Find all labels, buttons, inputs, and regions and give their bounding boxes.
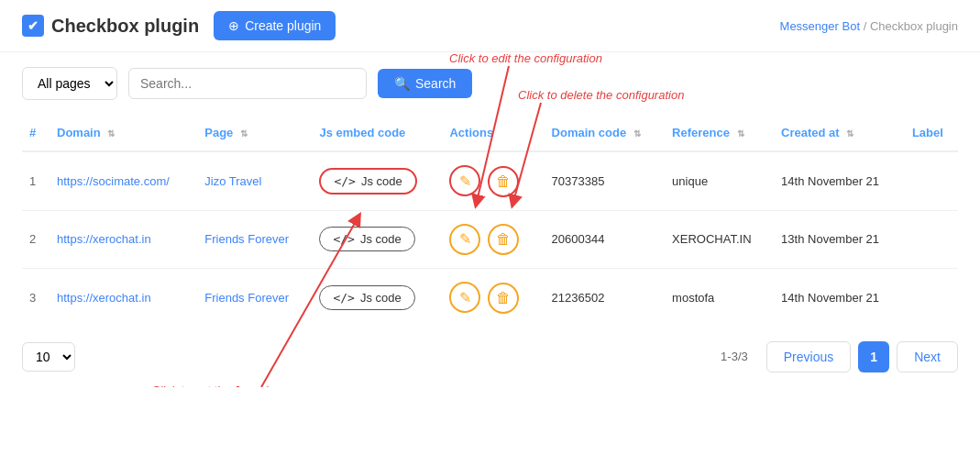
data-table: # Domain ⇅ Page ⇅ Js embed code Actions …: [22, 115, 958, 327]
cell-domain: https://socimate.com/: [50, 151, 197, 210]
pagination-info: 1-3/3: [721, 350, 748, 363]
js-code-button[interactable]: </> Js code: [319, 285, 414, 310]
search-button[interactable]: 🔍 Search: [378, 69, 472, 98]
cell-actions: ✎ 🗑: [442, 210, 544, 269]
cell-domain-code: 21236502: [545, 269, 666, 327]
cell-num: 1: [22, 151, 50, 210]
delete-button[interactable]: 🗑: [488, 224, 519, 255]
cell-label: [905, 210, 958, 269]
search-icon: 🔍: [394, 76, 410, 91]
js-code-button[interactable]: </> Js code: [319, 227, 414, 251]
table-header-row: # Domain ⇅ Page ⇅ Js embed code Actions …: [22, 115, 958, 151]
cell-created-at: 14th November 21: [774, 151, 905, 210]
table-row: 1 https://socimate.com/ Jizo Travel </> …: [22, 151, 958, 210]
sort-icon-created: ⇅: [846, 128, 853, 139]
col-num: #: [22, 115, 50, 151]
domain-link[interactable]: https://xerochat.in: [57, 232, 151, 246]
pagination: Previous 1 Next: [766, 341, 958, 372]
cell-reference: mostofa: [665, 269, 774, 327]
app-title: Checkbox plugin: [51, 16, 199, 37]
cell-domain: https://xerochat.in: [50, 269, 197, 327]
footer: 10 25 50 1-3/3 Previous 1 Next: [0, 327, 980, 387]
col-created-at: Created at ⇅: [774, 115, 905, 151]
delete-button[interactable]: 🗑: [488, 283, 519, 314]
code-icon: </>: [334, 174, 355, 188]
create-plugin-button[interactable]: ⊕ Create plugin: [214, 11, 336, 40]
create-plugin-label: Create plugin: [245, 18, 321, 33]
cell-num: 2: [22, 210, 50, 269]
col-js-embed: Js embed code: [312, 115, 442, 151]
table-container: # Domain ⇅ Page ⇅ Js embed code Actions …: [0, 115, 980, 327]
page-wrapper: ✔ Checkbox plugin ⊕ Create plugin Messen…: [0, 0, 980, 387]
cell-reference: XEROCHAT.IN: [665, 210, 774, 269]
cell-domain: https://xerochat.in: [50, 210, 197, 269]
breadcrumb-current: Checkbox plugin: [870, 19, 958, 33]
code-icon: </>: [333, 232, 354, 246]
col-actions: Actions: [442, 115, 544, 151]
breadcrumb: Messenger Bot / Checkbox plugin: [780, 19, 958, 33]
sort-icon-reference: ⇅: [737, 128, 744, 139]
page-link[interactable]: Friends Forever: [204, 232, 289, 246]
breadcrumb-separator: /: [864, 19, 867, 33]
cell-domain-code: 70373385: [545, 151, 666, 210]
domain-link[interactable]: https://socimate.com/: [57, 174, 170, 188]
cell-reference: unique: [665, 151, 774, 210]
logo: ✔ Checkbox plugin: [22, 15, 199, 37]
sort-icon-domain: ⇅: [107, 128, 115, 139]
page-link[interactable]: Jizo Travel: [204, 174, 261, 188]
table-row: 2 https://xerochat.in Friends Forever </…: [22, 210, 958, 269]
js-code-button[interactable]: </> Js code: [319, 168, 416, 195]
per-page-select[interactable]: 10 25 50: [22, 342, 75, 372]
header: ✔ Checkbox plugin ⊕ Create plugin Messen…: [0, 0, 980, 52]
delete-button[interactable]: 🗑: [488, 166, 519, 197]
cell-created-at: 13th November 21: [774, 210, 905, 269]
logo-icon: ✔: [22, 15, 44, 37]
col-label: Label: [905, 115, 958, 151]
cell-page: Friends Forever: [197, 269, 312, 327]
col-domain: Domain ⇅: [50, 115, 197, 151]
col-domain-code: Domain code ⇅: [545, 115, 666, 151]
cell-js-code: </> Js code: [312, 151, 442, 210]
breadcrumb-parent[interactable]: Messenger Bot: [780, 19, 860, 33]
search-input[interactable]: [128, 68, 367, 99]
cell-page: Jizo Travel: [197, 151, 312, 210]
table-row: 3 https://xerochat.in Friends Forever </…: [22, 269, 958, 327]
js-code-label: Js code: [360, 232, 402, 246]
plus-icon: ⊕: [228, 18, 239, 33]
cell-actions: ✎ 🗑: [442, 269, 544, 327]
search-label: Search: [415, 76, 456, 91]
cell-label: [905, 151, 958, 210]
col-reference: Reference ⇅: [665, 115, 774, 151]
cell-page: Friends Forever: [197, 210, 312, 269]
cell-created-at: 14th November 21: [774, 269, 905, 327]
edit-button[interactable]: ✎: [449, 165, 480, 196]
edit-button[interactable]: ✎: [449, 224, 480, 255]
col-page: Page ⇅: [197, 115, 312, 151]
cell-actions: ✎ 🗑: [442, 151, 544, 210]
table-body: 1 https://socimate.com/ Jizo Travel </> …: [22, 151, 958, 327]
cell-label: [905, 269, 958, 327]
sort-icon-domain-code: ⇅: [633, 128, 641, 139]
next-button[interactable]: Next: [897, 341, 958, 372]
toolbar: All pages 🔍 Search: [0, 52, 980, 115]
edit-button[interactable]: ✎: [449, 282, 480, 313]
cell-js-code: </> Js code: [312, 269, 442, 327]
page-1-button[interactable]: 1: [858, 341, 889, 372]
pages-select[interactable]: All pages: [22, 67, 117, 100]
domain-link[interactable]: https://xerochat.in: [57, 291, 151, 305]
cell-js-code: </> Js code: [312, 210, 442, 269]
cell-domain-code: 20600344: [545, 210, 666, 269]
code-icon: </>: [333, 291, 354, 305]
js-code-label: Js code: [361, 174, 402, 188]
sort-icon-page: ⇅: [240, 128, 248, 139]
previous-button[interactable]: Previous: [766, 341, 851, 372]
page-link[interactable]: Friends Forever: [204, 291, 289, 305]
header-left: ✔ Checkbox plugin ⊕ Create plugin: [22, 11, 336, 40]
cell-num: 3: [22, 269, 50, 327]
js-code-label: Js code: [360, 291, 402, 305]
